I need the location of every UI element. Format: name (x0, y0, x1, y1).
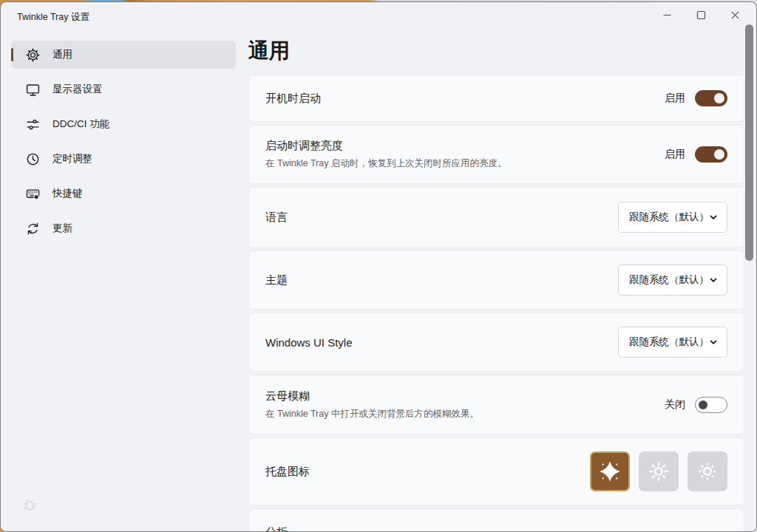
chevron-down-icon (709, 276, 718, 284)
theme-dropdown[interactable]: 跟随系统（默认） (618, 265, 727, 296)
dropdown-value: 跟随系统（默认） (629, 211, 709, 224)
sidebar-item-ddcci[interactable]: DDC/CI 功能 (11, 110, 236, 138)
sidebar-item-label: 显示器设置 (52, 83, 103, 96)
tray-icon-option-twinkle[interactable] (590, 451, 630, 491)
keyboard-gear-icon (25, 186, 41, 202)
refresh-icon (25, 221, 41, 236)
language-dropdown[interactable]: 跟随系统（默认） (618, 202, 727, 233)
sidebar-item-updates[interactable]: 更新 (11, 214, 236, 242)
settings-rows: 开机时启动 启用 启动时调整亮度 在 Twinkle Tray 启动时，恢复到上… (248, 75, 744, 532)
row-description: 在 Twinkle Tray 中打开或关闭背景后方的模糊效果。 (265, 408, 479, 420)
row-label: 主题 (265, 273, 288, 287)
dropdown-value: 跟随系统（默认） (629, 273, 709, 287)
twinkle-star-icon (598, 460, 622, 483)
toggle-knob (699, 400, 707, 409)
minimize-button[interactable] (650, 3, 684, 27)
close-button[interactable] (718, 3, 752, 27)
settings-window: Twinkle Tray 设置 通用 (0, 1, 757, 532)
mica-blur-toggle[interactable] (695, 397, 727, 413)
toggle-knob (714, 149, 724, 160)
row-language: 语言 跟随系统（默认） (248, 187, 744, 248)
tray-icon-option-sun-dim[interactable] (688, 451, 727, 491)
page-title: 通用 (248, 36, 744, 66)
window-controls (650, 3, 752, 27)
maximize-button[interactable] (684, 3, 718, 27)
row-mica-blur: 云母模糊 在 Twinkle Tray 中打开或关闭背景后方的模糊效果。 关闭 (248, 375, 744, 434)
row-text: 启动时调整亮度 在 Twinkle Tray 启动时，恢复到上次关闭时所应用的亮… (265, 139, 506, 170)
sidebar-item-monitor-settings[interactable]: 显示器设置 (11, 75, 236, 103)
sliders-icon (25, 117, 41, 132)
row-tray-icon: 托盘图标 (248, 437, 744, 505)
sidebar-item-time-adjust[interactable]: 定时调整 (11, 145, 236, 173)
dropdown-value: 跟随系统（默认） (629, 335, 709, 349)
clock-icon (25, 151, 41, 167)
sun-icon (647, 460, 671, 483)
chevron-down-icon (709, 338, 718, 347)
window-title: Twinkle Tray 设置 (17, 11, 89, 24)
row-label: Windows UI Style (265, 336, 353, 349)
row-label: 启动时调整亮度 (265, 139, 506, 153)
startup-toggle[interactable] (695, 90, 727, 106)
row-label: 分析 (265, 525, 288, 532)
row-description: 在 Twinkle Tray 启动时，恢复到上次关闭时所应用的亮度。 (265, 157, 506, 170)
restore-brightness-toggle-group: 启用 (665, 146, 727, 163)
sidebar-item-label: DDC/CI 功能 (52, 117, 109, 131)
close-icon (730, 10, 740, 20)
toggle-state-label: 关闭 (665, 398, 685, 412)
toggle-knob (714, 93, 724, 103)
row-windows-ui-style: Windows UI Style 跟随系统（默认） (248, 313, 744, 372)
restore-brightness-toggle[interactable] (695, 146, 727, 163)
sidebar-item-label: 更新 (52, 222, 72, 235)
chevron-down-icon (709, 213, 718, 222)
sidebar-item-hotkeys[interactable]: 快捷键 (11, 180, 236, 208)
tray-icon-option-sun[interactable] (639, 451, 679, 491)
row-label: 云母模糊 (265, 389, 479, 403)
mica-blur-toggle-group: 关闭 (665, 397, 727, 413)
sidebar-item-label: 定时调整 (52, 152, 92, 166)
faint-bug-icon (20, 495, 39, 517)
startup-toggle-group: 启用 (665, 90, 727, 106)
sun-dim-icon (696, 460, 719, 483)
toggle-state-label: 启用 (665, 92, 685, 105)
maximize-icon (696, 10, 706, 20)
row-label: 开机时启动 (265, 92, 321, 106)
row-startup: 开机时启动 启用 (248, 75, 744, 122)
monitor-icon (25, 82, 41, 98)
tray-icon-options (590, 451, 727, 491)
scrollbar-thumb[interactable] (745, 24, 753, 261)
row-theme: 主题 跟随系统（默认） (248, 250, 744, 310)
main-content: 通用 开机时启动 启用 启动时调整亮度 在 Twinkle Tray 启动时，恢… (248, 36, 744, 532)
row-label: 托盘图标 (265, 465, 310, 479)
windows-ui-style-dropdown[interactable]: 跟随系统（默认） (618, 327, 727, 358)
row-label: 语言 (265, 211, 288, 225)
sidebar-item-label: 通用 (52, 48, 72, 61)
sidebar: 通用 显示器设置 DDC/CI 功能 (11, 41, 236, 249)
row-text: 云母模糊 在 Twinkle Tray 中打开或关闭背景后方的模糊效果。 (265, 389, 479, 420)
sidebar-item-general[interactable]: 通用 (11, 41, 236, 69)
toggle-state-label: 启用 (665, 148, 685, 161)
gear-icon (25, 47, 41, 63)
titlebar: Twinkle Tray 设置 (1, 2, 756, 29)
sidebar-item-label: 快捷键 (52, 187, 83, 200)
row-analytics: 分析 (248, 508, 744, 532)
minimize-icon (662, 10, 672, 20)
selected-accent-bar (11, 48, 13, 61)
row-restore-brightness: 启动时调整亮度 在 Twinkle Tray 启动时，恢复到上次关闭时所应用的亮… (248, 125, 744, 184)
